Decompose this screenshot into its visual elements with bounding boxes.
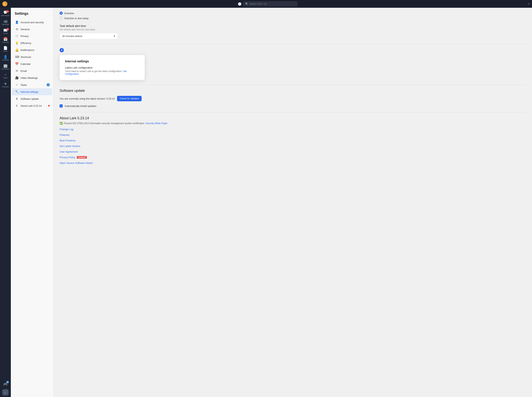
sidebar-item-email[interactable]: ✉ Email (12, 67, 52, 74)
content-area: Overdue Overdue or due today Task defaul… (53, 8, 532, 397)
sidebar-item-privacy[interactable]: 🛡 Privacy (12, 33, 52, 39)
dock-item-messenger[interactable]: 💬 Messenger 14 (1, 9, 10, 18)
settings-title: Settings (11, 10, 53, 19)
features-link[interactable]: Features (60, 133, 526, 136)
notifications-icon: 🔔 (15, 48, 18, 52)
sidebar-item-about[interactable]: ℹ About Lark 5.23.14 (12, 102, 52, 109)
best-practices-link[interactable]: Best Practices (60, 139, 526, 142)
dock-bottom: 🎮 30 L (1, 380, 10, 396)
general-icon: ⚙ (15, 27, 18, 31)
sidebar-internal-label: Internal settings (20, 90, 38, 93)
sidebar-item-account[interactable]: 👤 Account and security (12, 19, 52, 26)
email-badge: 90 (6, 28, 9, 31)
dock-item-workplace[interactable]: 🏢 Workplace (1, 63, 10, 71)
dock-item-docs[interactable]: 📄 Docs (1, 45, 10, 53)
task-alert-section: Task default alert time Set default aler… (60, 25, 526, 39)
iso-row: ✅ Passed ISO 27001:2013 information secu… (60, 122, 526, 125)
settings-sidebar: Settings 👤 Account and security ⚙ Genera… (11, 8, 53, 397)
auto-install-label: Automatically install updates (65, 105, 96, 107)
history-icon[interactable]: 🕐 (238, 2, 242, 6)
radio-overdue-today[interactable]: Overdue or due today (60, 17, 526, 20)
dock-contacts-label: Contacts (2, 59, 9, 61)
sidebar-shortcuts-label: Shortcuts (20, 56, 31, 58)
best-practices-label: Best Practices (60, 139, 76, 142)
sidebar-software-label: Software update (20, 97, 39, 100)
sidebar-item-tasks[interactable]: ✓ Tasks 1 (12, 81, 52, 88)
auto-install-checkbox[interactable]: ✓ (60, 104, 63, 107)
sidebar-notifications-label: Notifications (20, 49, 34, 51)
iso-text: Passed ISO 27001:2013 information securi… (64, 122, 145, 125)
security-white-paper-link[interactable]: Security White Paper (146, 122, 168, 125)
sidebar-email-icon: ✉ (15, 69, 18, 73)
tasks-sidebar-badge: 1 (47, 83, 50, 86)
apps-badge: 30 (6, 381, 9, 384)
sidebar-tasks-label: Tasks (20, 83, 27, 86)
features-label: Features (60, 133, 69, 136)
popup-config-desc: You'll need to restart Lark to get the l… (65, 70, 139, 75)
sidebar-item-shortcuts[interactable]: ⌨ Shortcuts (12, 53, 52, 60)
about-dot (48, 105, 50, 106)
about-links: Change Log Features Best Practices Get L… (60, 128, 526, 164)
user-agreement-link[interactable]: User Agreement (60, 150, 526, 153)
task-alert-sublabel: Set default alert time for new tasks (60, 28, 526, 31)
change-log-label: Change Log (60, 128, 73, 131)
radio-group: Overdue Overdue or due today (60, 12, 526, 20)
internal-icon: 🔧 (15, 90, 18, 93)
privacy-policy-link[interactable]: Privacy Policy Updated (60, 156, 526, 159)
tasks-icon: ✓ (4, 73, 7, 76)
get-latest-version-link[interactable]: Get Latest Version (60, 145, 526, 148)
sidebar-calendar-icon: 📅 (15, 62, 18, 66)
dock-item-email[interactable]: ✉️ Email 90 (1, 27, 10, 36)
plus-button[interactable]: + (527, 2, 530, 6)
contacts-icon: 👤 (3, 55, 7, 59)
docs-icon: 📄 (3, 46, 7, 50)
version-text: You are currently using the latest versi… (60, 97, 115, 100)
sidebar-item-video[interactable]: 🎥 Video Meetings (12, 74, 52, 81)
privacy-policy-updated-badge: Updated (77, 156, 87, 159)
dock: 💬 Messenger 14 📹 Meetings ✉️ Email 90 📅 … (0, 8, 11, 397)
sidebar-account-label: Account and security (20, 21, 44, 24)
dock-item-contacts[interactable]: 👤 Contacts (1, 54, 10, 62)
change-log-link[interactable]: Change Log (60, 128, 526, 131)
radio-overdue[interactable]: Overdue (60, 12, 526, 15)
open-source-link[interactable]: Open Source Software Notice (60, 161, 526, 164)
internal-settings-popup: Internal settings Latest Lark configurat… (60, 55, 145, 80)
dock-item-meetings[interactable]: 📹 Meetings (1, 18, 10, 27)
dock-tasks-label: Tasks (3, 77, 7, 79)
dock-item-calendar[interactable]: 📅 Calendar (1, 36, 10, 44)
sidebar-item-calendar[interactable]: 📅 Calendar (12, 60, 52, 67)
dock-item-apps[interactable]: 🎮 30 (1, 380, 10, 389)
dropdown-value: 30 minutes before (62, 35, 82, 37)
topbar-center: 🕐 🔍 Search (Ctrl + K) (7, 1, 527, 6)
privacy-icon: 🛡 (15, 34, 18, 38)
sidebar-privacy-label: Privacy (20, 35, 29, 37)
task-alert-dropdown[interactable]: 30 minutes before ▾ (60, 33, 118, 39)
dock-item-tasks[interactable]: ✓ Tasks (1, 72, 10, 80)
sidebar-item-efficiency[interactable]: 💡 Efficiency (12, 39, 52, 46)
check-updates-button[interactable]: Check for Updates (117, 96, 142, 101)
dock-user-avatar[interactable]: L (2, 389, 8, 396)
calendar-icon: 📅 (3, 37, 7, 41)
sidebar-efficiency-label: Efficiency (20, 42, 31, 44)
search-bar[interactable]: 🔍 Search (Ctrl + K) (243, 1, 297, 6)
sidebar-item-general[interactable]: ⚙ General (12, 26, 52, 33)
sidebar-item-software[interactable]: ⬇ Software update (12, 95, 52, 102)
dock-email-label: Email (3, 32, 8, 34)
sidebar-item-notifications[interactable]: 🔔 Notifications (12, 46, 52, 53)
topbar: L 🕐 🔍 Search (Ctrl + K) + (0, 0, 532, 8)
popup-config-title: Latest Lark configuration (65, 66, 139, 69)
sidebar-calendar-label: Calendar (20, 62, 31, 65)
about-section: About Lark 5.23.14 ✅ Passed ISO 27001:20… (60, 116, 526, 164)
overdue-section: Overdue Overdue or due today (60, 12, 526, 20)
software-update-heading: Software update (60, 89, 526, 93)
dock-item-favorites[interactable]: ★ Favorites (1, 81, 10, 89)
sidebar-item-internal[interactable]: 🔧 Internal settings (12, 88, 52, 95)
search-placeholder: Search (Ctrl + K) (249, 2, 267, 5)
radio-overdue-circle (60, 12, 63, 15)
user-avatar-top[interactable]: L (2, 1, 7, 6)
topbar-left: L (2, 1, 7, 6)
iso-check-icon: ✅ (60, 122, 63, 125)
radio-overdue-label: Overdue (64, 12, 74, 15)
popup-config-block: Latest Lark configuration You'll need to… (65, 66, 139, 75)
dock-docs-label: Docs (4, 50, 7, 52)
